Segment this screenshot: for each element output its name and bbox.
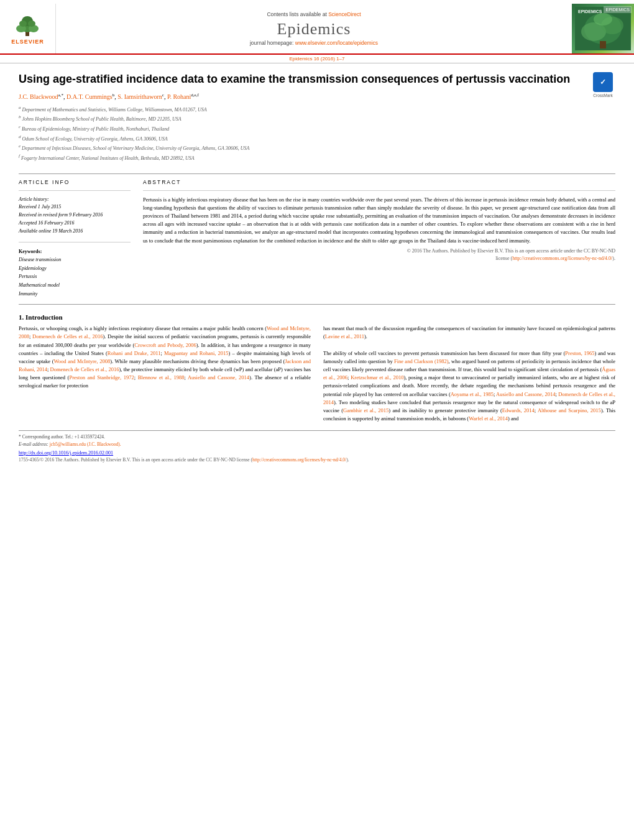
doi-link[interactable]: http://dx.doi.org/10.1016/j.epidem.2016.…	[19, 450, 113, 456]
introduction-left-col: Pertussis, or whooping cough, is a highl…	[19, 325, 311, 423]
author-iamsirithaworn[interactable]: S. Iamsirithaworn	[117, 94, 162, 101]
authors-line: J.C. Blackwooda,*, D.A.T. Cummingsb, S. …	[19, 93, 584, 100]
ref-domenech-2016b[interactable]: Domenech de Celles et al., 2016	[50, 366, 119, 372]
article-title-text: Using age-stratified incidence data to e…	[19, 72, 584, 168]
journal-meta-line: Epidemics 16 (2016) 1–7	[0, 55, 634, 63]
ref-wood-2008b[interactable]: Wood and McIntyre, 2008	[54, 358, 111, 364]
svg-point-6	[28, 21, 35, 27]
article-info-label: ARTICLE INFO	[19, 179, 131, 185]
ref-domenech-2016[interactable]: Domenech de Celles et al., 2016	[32, 333, 103, 339]
elsevier-wordmark: ELSEVIER	[11, 39, 44, 45]
introduction-heading: 1. Introduction	[19, 313, 615, 321]
email-note: E-mail address: jcb5@williams.edu (J.C. …	[19, 441, 615, 448]
ref-blennow-1988[interactable]: Blennow et al., 1988	[138, 374, 185, 381]
abstract-col: ABSTRACT Pertussis is a highly infectiou…	[143, 179, 615, 298]
affiliation-f: f Fogarty International Center, National…	[19, 153, 584, 162]
affiliation-e: e Department of Infectious Diseases, Sch…	[19, 143, 584, 152]
corresponding-email-link[interactable]: jcb5@williams.edu (J.C. Blackwood).	[50, 441, 121, 447]
svg-text:EPIDEMICS: EPIDEMICS	[578, 9, 602, 14]
ref-preston-1972[interactable]: Preston and Stanbridge, 1972	[69, 374, 134, 381]
article-info-col: ARTICLE INFO Article history: Received 1…	[19, 179, 131, 298]
corresponding-author-note: * Corresponding author. Tel.: +1 4135972…	[19, 433, 615, 440]
ref-edwards-2014[interactable]: Edwards, 2014	[502, 407, 535, 413]
cover-badge: EPIDEMICS	[604, 6, 632, 13]
issn-line: 1755-4365/© 2016 The Authors. Published …	[19, 457, 615, 463]
svg-point-5	[19, 21, 27, 27]
svg-rect-12	[600, 41, 606, 48]
elsevier-logo-box: ELSEVIER	[0, 4, 56, 53]
journal-name: Epidemics	[277, 20, 351, 39]
journal-header: ELSEVIER Contents lists available at Sci…	[0, 0, 634, 55]
ref-althouse-2015[interactable]: Althouse and Scarpino, 2015	[538, 407, 601, 413]
cover-illustration: EPIDEMICS	[575, 7, 631, 50]
ref-magpantay-2015[interactable]: Magpantay and Rohani, 2015	[164, 350, 229, 356]
sciencedirect-label: Contents lists available at ScienceDirec…	[267, 11, 361, 17]
journal-cover-image: EPIDEMICS EPIDEMICS	[572, 4, 634, 53]
abstract-label: ABSTRACT	[143, 179, 615, 185]
cc-license-link[interactable]: http://creativecommons.org/licenses/by-n…	[512, 256, 612, 261]
title-divider	[19, 173, 615, 174]
ref-lavine-2011[interactable]: Lavine et al., 2011	[325, 333, 364, 339]
elsevier-tree-icon	[12, 12, 43, 37]
crossmark-svg: ✓	[595, 75, 610, 90]
abstract-divider	[143, 190, 615, 191]
ref-warfel-2014[interactable]: Warfel et al., 2014	[469, 415, 508, 422]
introduction-right-col: has meant that much of the discussion re…	[323, 325, 615, 423]
keywords-divider	[19, 242, 131, 242]
keyword-epidemiology: Epidemiology	[19, 264, 131, 273]
crossmark-icon[interactable]: ✓	[593, 72, 613, 92]
author-rohani[interactable]: P. Rohani	[167, 94, 191, 101]
homepage-link[interactable]: www.elsevier.com/locate/epidemics	[295, 40, 378, 46]
ref-ausiello-cassone-2014[interactable]: Ausiello and Cassone, 2014	[496, 391, 555, 397]
footnote-section: * Corresponding author. Tel.: +1 4135972…	[19, 430, 615, 448]
article-title: Using age-stratified incidence data to e…	[19, 72, 584, 86]
introduction-section: 1. Introduction Pertussis, or whooping c…	[19, 313, 615, 423]
keyword-immunity: Immunity	[19, 290, 131, 298]
copyright-line: © 2016 The Authors. Published by Elsevie…	[143, 247, 615, 263]
doi-line: http://dx.doi.org/10.1016/j.epidem.2016.…	[19, 450, 615, 456]
svg-point-11	[594, 13, 612, 25]
info-abstract-cols: ARTICLE INFO Article history: Received 1…	[19, 179, 615, 298]
ref-fine-1982[interactable]: Fine and Clarkson (1982)	[394, 358, 449, 364]
body-start-divider	[19, 304, 615, 305]
affiliation-d: d Odum School of Ecology, University of …	[19, 134, 584, 143]
author-blackwood[interactable]: J.C. Blackwood	[19, 94, 58, 101]
crossmark-label: CrossMark	[593, 93, 612, 98]
ref-preston-1965[interactable]: Preston, 1965	[565, 350, 594, 356]
ref-aoyama-1985[interactable]: Aoyama et al., 1985	[451, 391, 494, 397]
article-title-section: Using age-stratified incidence data to e…	[19, 72, 615, 168]
ref-kretzschmar-2010[interactable]: Kretzschmar et al., 2010	[351, 374, 403, 381]
svg-text:✓: ✓	[600, 78, 606, 86]
affiliation-b: b Johns Hopkins Bloomberg School of Publ…	[19, 114, 584, 123]
crossmark-box: ✓ CrossMark	[590, 72, 615, 98]
keyword-mathematical-model: Mathematical model	[19, 281, 131, 290]
introduction-cols: Pertussis, or whooping cough, is a highl…	[19, 325, 615, 423]
issn-cc-link[interactable]: http://creativecommons.org/licenses/by-n…	[252, 457, 346, 463]
article-info-divider	[19, 190, 131, 191]
article-history: Article history: Received 1 July 2015 Re…	[19, 196, 131, 236]
ref-rohani-2011[interactable]: Rohani and Drake, 2011	[108, 350, 161, 356]
journal-center: Contents lists available at ScienceDirec…	[56, 4, 572, 53]
main-content: Using age-stratified incidence data to e…	[0, 63, 634, 469]
ref-ausiello-2014[interactable]: Ausiello and Cassone, 2014	[188, 374, 249, 381]
keywords-block: Keywords: Disease transmission Epidemiol…	[19, 247, 131, 298]
author-cummings[interactable]: D.A.T. Cummings	[67, 94, 113, 101]
sciencedirect-link[interactable]: ScienceDirect	[328, 11, 361, 17]
affiliation-c: c Bureau of Epidemiology, Ministry of Pu…	[19, 124, 584, 133]
journal-homepage: journal homepage: www.elsevier.com/locat…	[250, 40, 378, 46]
affiliation-a: a Department of Mathematics and Statisti…	[19, 104, 584, 114]
ref-crowcroft-2006[interactable]: Crowcroft and Pebody, 2006	[134, 342, 196, 348]
keyword-pertussis: Pertussis	[19, 272, 131, 281]
ref-gambhir-2015[interactable]: Gambhir et al., 2015	[343, 407, 388, 413]
keyword-disease-transmission: Disease transmission	[19, 256, 131, 264]
abstract-text: Pertussis is a highly infectious respira…	[143, 196, 615, 263]
affiliations: a Department of Mathematics and Statisti…	[19, 104, 584, 162]
